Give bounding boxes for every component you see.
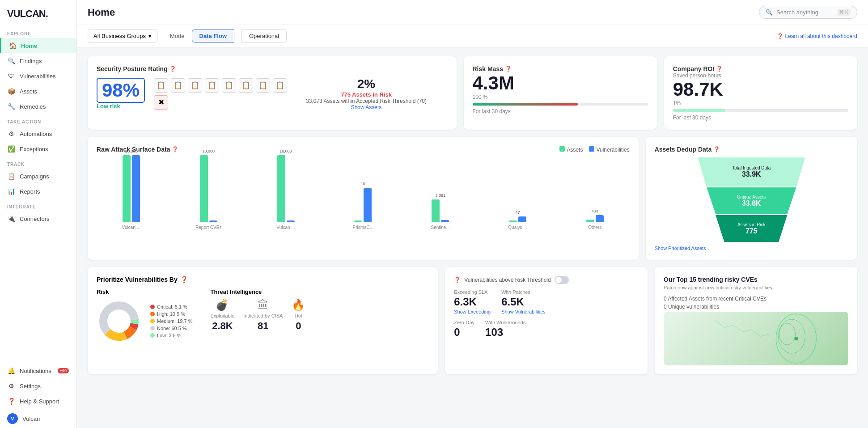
top-cves-title: Our Top 15 trending risky CVEs bbox=[664, 276, 848, 283]
bar-top-value: 403 bbox=[592, 209, 598, 213]
sidebar-item-reports[interactable]: 📊 Reports bbox=[0, 184, 76, 199]
risk-mass-title: Risk Mass ❓ bbox=[473, 65, 648, 72]
bar-group: 10,000Vulcan ... bbox=[97, 149, 166, 230]
bar-axis-label: Qualys ... bbox=[508, 225, 527, 230]
show-prioritized-link[interactable]: Show Prioritized Assets bbox=[655, 246, 848, 251]
explore-section-label: EXPLORE bbox=[0, 26, 76, 38]
legend-low: Low: 3.8 % bbox=[150, 333, 192, 338]
legend-medium: Medium: 19.7 % bbox=[150, 318, 192, 324]
bar-axis-label: PrismaC... bbox=[353, 225, 374, 230]
risk-mass-help-icon[interactable]: ❓ bbox=[505, 66, 512, 72]
avatar: V bbox=[7, 413, 18, 424]
bar-pair bbox=[200, 155, 217, 222]
legend-high: High: 10.9 % bbox=[150, 311, 192, 317]
risk-mass-value: 4.3M bbox=[473, 72, 648, 94]
vulns-bar bbox=[132, 155, 140, 222]
with-patches-link[interactable]: Show Vulnerabilities bbox=[501, 309, 546, 314]
cve-map-svg bbox=[664, 312, 848, 365]
sidebar-item-findings[interactable]: 🔍 Findings bbox=[0, 53, 76, 68]
funnel-tier-3-label: Assets in Risk bbox=[737, 222, 766, 227]
bar-top-value: 10,000 bbox=[202, 149, 215, 153]
sidebar-item-campaigns[interactable]: 📋 Campaigns bbox=[0, 169, 76, 184]
security-stats-block: 2% 775 Assets in Risk 33,073 Assets with… bbox=[306, 77, 427, 110]
search-input[interactable]: 🔍 Search anything ⌘ K bbox=[759, 6, 857, 19]
sidebar-item-help[interactable]: ❓ Help & Support bbox=[0, 394, 76, 409]
app-logo: VULCAN. bbox=[0, 0, 76, 26]
assets-legend: Assets bbox=[559, 146, 583, 153]
question-icon: ❓ bbox=[777, 33, 783, 39]
dashboard-content: Security Posture Rating ❓ 98% Low risk 📋… bbox=[77, 47, 868, 428]
sidebar-item-home[interactable]: 🏠 Home bbox=[0, 38, 76, 53]
vulns-bar bbox=[209, 220, 217, 222]
sidebar-item-settings[interactable]: ⚙ Settings bbox=[0, 378, 76, 394]
track-section-label: TRACK bbox=[0, 157, 76, 169]
sidebar-item-notifications[interactable]: 🔔 Notifications +99 bbox=[0, 363, 76, 378]
company-roi-card: Company ROI ❓ Saved person-hours 98.7K 1… bbox=[664, 56, 857, 130]
bar-top-value: 47 bbox=[515, 210, 520, 215]
security-icons-block: 📋 📋 📋 📋 📋 📋 📋 📋 ✖ bbox=[154, 78, 297, 110]
assets-bar bbox=[586, 220, 594, 222]
toolbar: All Business Groups ▾ Mode Data Flow Ope… bbox=[77, 25, 868, 47]
vuln-threshold-card: ❓ Vulnerabilities above Risk Threshold E… bbox=[445, 267, 648, 374]
funnel-tier-1-value: 33.9K bbox=[742, 170, 761, 178]
company-roi-help-icon[interactable]: ❓ bbox=[716, 66, 723, 72]
keyboard-shortcut: ⌘ K bbox=[837, 9, 851, 16]
sidebar-item-assets[interactable]: 📦 Assets bbox=[0, 84, 76, 99]
vuln-threshold-toggle[interactable] bbox=[555, 276, 569, 284]
security-posture-card: Security Posture Rating ❓ 98% Low risk 📋… bbox=[88, 56, 457, 130]
threat-exploitable: 💣 Exploitable 2.8K bbox=[210, 299, 234, 332]
company-roi-subtitle: Saved person-hours bbox=[673, 72, 848, 79]
bar-pair bbox=[354, 188, 372, 222]
mode-label: Mode bbox=[170, 33, 185, 39]
bar-axis-label: Sentine... bbox=[431, 225, 450, 230]
help-icon: ❓ bbox=[7, 398, 15, 405]
assets-dedup-title: Assets Dedup Data ❓ bbox=[655, 146, 848, 153]
vuln-threshold-help-icon[interactable]: ❓ bbox=[454, 277, 461, 283]
sec-icon-2: 📋 bbox=[171, 78, 185, 93]
hot-icon: 🔥 bbox=[292, 299, 305, 311]
threat-hot: 🔥 Hot 0 bbox=[292, 299, 305, 332]
bar-pair bbox=[509, 216, 526, 222]
funnel-tier-3: Assets in Risk 775 bbox=[716, 215, 787, 242]
security-rating-block: 98% Low risk bbox=[97, 78, 145, 110]
risk-mass-bar bbox=[473, 103, 648, 106]
security-rating-value: 98% bbox=[97, 78, 145, 103]
assets-risk-pct: 2% bbox=[357, 77, 375, 91]
show-assets-link[interactable]: Show Assets bbox=[306, 104, 427, 110]
security-icons-list: 📋 📋 📋 📋 📋 📋 📋 📋 ✖ bbox=[154, 78, 297, 110]
bar-axis-label: Report CVEs bbox=[195, 225, 221, 230]
mode-operational-button[interactable]: Operational bbox=[241, 30, 287, 42]
assets-in-risk-label: 775 Assets in Risk bbox=[341, 91, 392, 98]
sidebar-item-automations[interactable]: ⚙ Automations bbox=[0, 126, 76, 141]
sidebar-item-connectors[interactable]: 🔌 Connectors bbox=[0, 211, 76, 226]
bar-top-value: 10,000 bbox=[125, 149, 138, 153]
business-group-select[interactable]: All Business Groups ▾ bbox=[88, 30, 157, 42]
bar-top-value: 10 bbox=[361, 182, 365, 186]
chevron-down-icon: ▾ bbox=[148, 33, 152, 39]
vulns-bar bbox=[287, 220, 295, 222]
bar-chart: 10,000Vulcan ...10,000Report CVEs10,000V… bbox=[97, 160, 630, 241]
integrate-section-label: INTEGRATE bbox=[0, 199, 76, 211]
search-icon: 🔍 bbox=[766, 9, 773, 16]
sidebar-item-vulnerabilities[interactable]: 🛡 Vulnerabilities bbox=[0, 68, 76, 84]
prioritize-help-icon[interactable]: ❓ bbox=[180, 276, 188, 283]
exceptions-icon: ✅ bbox=[7, 145, 15, 153]
assets-dedup-card: Assets Dedup Data ❓ Total Ingested Data … bbox=[646, 137, 857, 260]
prioritize-content: Risk Critical: 5.1 % High bbox=[97, 288, 429, 343]
sec-icon-8: 📋 bbox=[273, 78, 287, 93]
sidebar-item-user[interactable]: V Vulcan bbox=[0, 409, 76, 428]
sidebar-item-exceptions[interactable]: ✅ Exceptions bbox=[0, 141, 76, 157]
sidebar-item-remedies[interactable]: 🔧 Remedies bbox=[0, 99, 76, 114]
bar-axis-label: Vulcan ... bbox=[276, 225, 295, 230]
legend-none: None: 60.5 % bbox=[150, 326, 192, 331]
learn-link[interactable]: ❓ Learn all about this dashboard bbox=[777, 33, 857, 39]
security-posture-help-icon[interactable]: ❓ bbox=[169, 66, 176, 72]
risk-tab-label: Risk bbox=[97, 288, 192, 295]
legend-critical: Critical: 5.1 % bbox=[150, 304, 192, 309]
mode-data-flow-button[interactable]: Data Flow bbox=[192, 30, 234, 42]
notifications-icon: 🔔 bbox=[7, 367, 15, 374]
risk-mass-bar-fill bbox=[473, 103, 578, 106]
bar-axis-label: Vulcan ... bbox=[122, 225, 140, 230]
assets-dedup-help-icon[interactable]: ❓ bbox=[713, 146, 720, 153]
exceeding-sla-link[interactable]: Show Exceeding bbox=[454, 309, 491, 314]
